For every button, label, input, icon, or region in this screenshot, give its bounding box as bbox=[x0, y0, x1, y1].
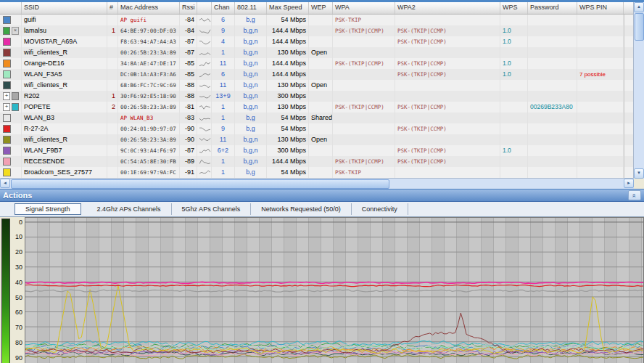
network-row[interactable]: wifi_clientes_R68:B6:FC:7C:9C:69-8811b,g… bbox=[0, 80, 634, 91]
cell-speed: 144.4 Mbps bbox=[267, 69, 309, 80]
network-color-swatch bbox=[3, 114, 11, 122]
cell-text-wpa2: PSK-(TKIP|CCMP) bbox=[397, 60, 447, 67]
y-tick-label: 90 bbox=[15, 354, 22, 362]
network-row[interactable]: +POPETE200:26:5B:23:3A:89-811b,g,n130 Mb… bbox=[0, 102, 634, 113]
expand-icon[interactable]: + bbox=[3, 103, 10, 111]
network-row[interactable]: WLAN_F3A5DC:0B:1A:A3:F3:A6-856b,g,n144.4… bbox=[0, 69, 634, 80]
chart-canvas bbox=[25, 218, 643, 363]
network-row[interactable]: MOVISTAR_A69AF8:63:94:A7:A4:A3-874b,g,n1… bbox=[0, 36, 634, 47]
cell-swatch bbox=[0, 36, 22, 47]
cell-proto: b,g,n bbox=[235, 69, 267, 80]
cell-text-wps: 1.0 bbox=[503, 60, 511, 67]
series-movistar-a69a bbox=[25, 282, 643, 283]
cell-wep bbox=[309, 69, 333, 80]
col-header-proto[interactable]: 802.11 bbox=[235, 2, 267, 14]
col-header-chan[interactable]: Chan bbox=[212, 2, 235, 14]
col-header-wep[interactable]: WEP bbox=[309, 2, 333, 14]
network-row[interactable]: WLAN_B3AP WLAN_B3-831b,g54 MbpsSharedKey bbox=[0, 113, 634, 123]
network-row[interactable]: Broadcom_SES_2757700:1E:69:97:9A:FC-911b… bbox=[0, 167, 634, 178]
col-header-num[interactable]: # bbox=[107, 2, 118, 14]
network-row[interactable]: R-27-2A00:24:01:9D:97:07-909b,g54 MbpsPS… bbox=[0, 123, 634, 134]
col-header-wpa[interactable]: WPA bbox=[333, 2, 395, 14]
scroll-left-button[interactable]: ◄ bbox=[0, 179, 10, 188]
grid-header-row: SSID#Mac AddressRssi▲Chan802.11Max Speed… bbox=[0, 2, 634, 15]
network-color-swatch bbox=[3, 147, 11, 155]
tab-networks-requested-50-0-[interactable]: Networks Requested (50/0) bbox=[251, 203, 352, 215]
cell-ssid: WLAN_B3 bbox=[22, 113, 107, 123]
cell-rssi: -84 bbox=[180, 15, 197, 25]
cell-ssid: R202 bbox=[22, 91, 107, 102]
cell-text-wep: SharedKey bbox=[311, 114, 333, 121]
cell-wpspin: 7 possible bbox=[577, 69, 624, 80]
cell-text-rssi: -87 bbox=[182, 145, 194, 156]
vertical-scroll-thumb[interactable] bbox=[635, 13, 644, 41]
col-header-wpspin[interactable]: WPS PIN bbox=[577, 2, 624, 14]
actions-bar[interactable]: Actions » bbox=[0, 189, 644, 202]
horizontal-scroll-thumb[interactable] bbox=[11, 179, 389, 189]
cell-spark bbox=[197, 102, 212, 113]
cell-text-chan: 9 bbox=[214, 123, 232, 134]
cell-text-proto: b,g bbox=[237, 15, 264, 25]
network-row[interactable]: guifiAP guifi-846b,g54 MbpsPSK-TKIP bbox=[0, 15, 634, 25]
scroll-down-button[interactable]: ▼ bbox=[634, 168, 644, 179]
cell-proto: b,g,n bbox=[235, 134, 267, 145]
network-row[interactable]: WLAN_F9B79C:0C:93:A4:F6:97-876+2b,g,n300… bbox=[0, 145, 634, 156]
cell-chan: 11 bbox=[212, 134, 235, 145]
tab-2-4ghz-aps-channels[interactable]: 2.4Ghz APs Channels bbox=[87, 203, 172, 215]
cell-text-ssid: WLAN_B3 bbox=[24, 114, 54, 121]
scroll-up-button[interactable]: ▲ bbox=[634, 2, 644, 12]
y-tick-label: 30 bbox=[15, 264, 22, 271]
col-header-ssid[interactable]: SSID bbox=[22, 2, 107, 14]
cell-wpa: PSK-(TKIP|CCMP) bbox=[333, 58, 395, 69]
cell-rssi: -91 bbox=[180, 167, 197, 178]
col-header-label: Chan bbox=[214, 4, 230, 14]
cell-text-chan: 6 bbox=[214, 69, 232, 80]
network-row[interactable]: +R202130:F6:92:E5:18:90-8813+9b,g,n300 M… bbox=[0, 91, 634, 102]
col-header-wps[interactable]: WPS bbox=[500, 2, 528, 14]
cell-rssi: -90 bbox=[180, 134, 197, 145]
network-row[interactable]: ×lamalsu164:BE:97:00:DF:03-849b,g,n144.4… bbox=[0, 25, 634, 36]
scroll-right-button[interactable]: ► bbox=[624, 179, 634, 188]
cell-chan: 1 bbox=[212, 156, 235, 167]
network-row[interactable]: wifi_clientes_R00:26:5B:23:3A:89-9011b,g… bbox=[0, 134, 634, 145]
cell-filler bbox=[624, 80, 634, 91]
network-row[interactable]: wifi_clientes_R00:26:5B:23:3A:89-871b,g,… bbox=[0, 47, 634, 58]
col-header-wpa2[interactable]: WPA2 bbox=[395, 2, 500, 14]
tab-5ghz-aps-channels[interactable]: 5Ghz APs Channels bbox=[172, 203, 252, 215]
col-header-label: Rssi bbox=[182, 4, 195, 14]
tab-connectivity[interactable]: Connectivity bbox=[352, 203, 408, 215]
chart-plot-area bbox=[25, 217, 644, 363]
cell-swatch bbox=[0, 123, 22, 134]
expand-icon[interactable]: + bbox=[3, 92, 10, 100]
cell-ssid: WLAN_F3A5 bbox=[22, 69, 107, 80]
grid-vertical-scrollbar[interactable]: ▲ ▼ bbox=[633, 2, 644, 179]
network-color-swatch bbox=[3, 136, 11, 144]
col-header-mac[interactable]: Mac Address bbox=[118, 2, 180, 14]
col-header-swatch[interactable] bbox=[0, 2, 22, 14]
col-header-rssi[interactable]: Rssi▲ bbox=[180, 2, 197, 14]
grid-horizontal-scrollbar[interactable]: ◄ ► bbox=[0, 178, 634, 189]
cell-ssid: MOVISTAR_A69A bbox=[22, 36, 107, 47]
tab-signal-strength[interactable]: Signal Strength bbox=[15, 203, 81, 215]
cell-text-ssid: wifi_clientes_R bbox=[24, 81, 67, 89]
cell-text-chan: 11 bbox=[214, 58, 232, 69]
network-row[interactable]: Orange-DE1634:8A:AE:47:DE:17-8511b,g,n14… bbox=[0, 58, 634, 69]
cell-text-mac: 0C:54:A5:8E:30:FB bbox=[120, 158, 176, 165]
col-header-speed[interactable]: Max Speed bbox=[267, 2, 309, 14]
cell-filler bbox=[624, 69, 634, 80]
cell-wpspin bbox=[577, 102, 624, 113]
cell-mac: DC:0B:1A:A3:F3:A6 bbox=[118, 69, 180, 80]
cell-chan: 9 bbox=[212, 123, 235, 134]
cell-text-rssi: -84 bbox=[182, 15, 194, 25]
cell-text-chan: 11 bbox=[214, 80, 232, 91]
cell-speed: 130 Mbps bbox=[267, 47, 309, 58]
col-header-spark[interactable] bbox=[197, 2, 212, 14]
collapse-panel-button[interactable]: » bbox=[628, 190, 641, 200]
cell-swatch bbox=[0, 58, 22, 69]
network-row[interactable]: RECESENDE0C:54:A5:8E:30:FB-891b,g,n144.4… bbox=[0, 156, 634, 167]
cell-text-wps: 1.0 bbox=[503, 147, 511, 154]
cell-wpa2 bbox=[395, 167, 500, 178]
cell-text-ssid: Broadcom_SES_27577 bbox=[24, 168, 92, 176]
col-header-password[interactable]: Password bbox=[528, 2, 577, 14]
cell-text-ssid: MOVISTAR_A69A bbox=[24, 38, 77, 45]
